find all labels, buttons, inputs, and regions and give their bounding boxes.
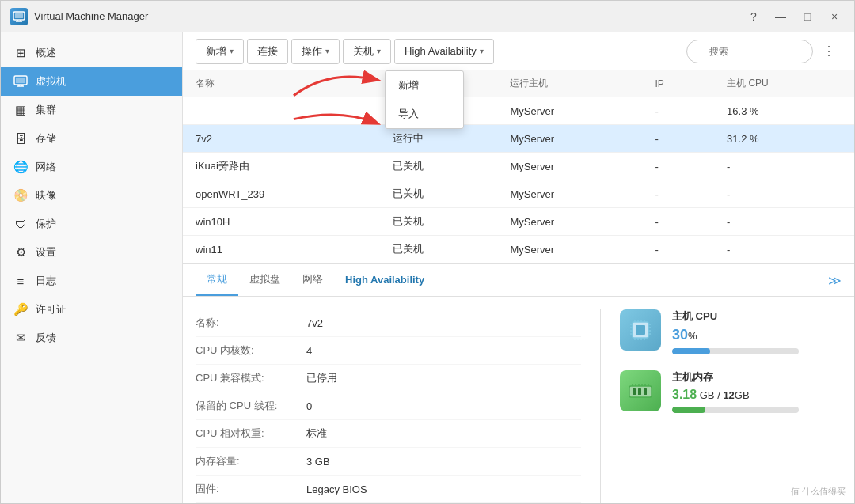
overview-icon: ⊞ (13, 46, 28, 60)
search-wrapper: 🔍 (686, 40, 813, 63)
cpu-progress-fill (672, 348, 710, 354)
cpu-resource-card: 主机 CPU 30% (620, 309, 842, 354)
sidebar-item-storage[interactable]: 🗄 存储 (1, 124, 182, 153)
svg-rect-29 (633, 388, 636, 395)
cpu-resource-value: 30% (672, 327, 842, 343)
table-row[interactable]: iKuai旁路由 已关机 MyServer - - (183, 153, 854, 180)
more-options-button[interactable]: ⋮ (816, 40, 842, 62)
tab-ha[interactable]: High Availability (334, 266, 435, 295)
svg-rect-30 (638, 388, 641, 395)
network-icon: 🌐 (13, 160, 28, 174)
svg-rect-1 (15, 13, 23, 18)
ram-resource-value: 3.18 GB / 12GB (672, 388, 842, 402)
sidebar-label-image: 映像 (36, 188, 56, 203)
detail-row: 保留的 CPU 线程: 0 (196, 392, 581, 420)
app-title: Virtual Machine Manager (34, 10, 743, 22)
license-icon: 🔑 (13, 302, 28, 316)
watermark: 值 什么值得买 (791, 486, 846, 498)
add-button[interactable]: 新增 ▾ (196, 39, 244, 64)
maximize-button[interactable]: □ (797, 6, 818, 27)
tab-network[interactable]: 网络 (291, 264, 334, 296)
close-button[interactable]: × (824, 6, 845, 27)
detail-tabs: 常规 虚拟盘 网络 High Availability ≫ (183, 264, 854, 297)
cluster-icon: ▦ (13, 103, 28, 117)
ha-dropdown-arrow: ▾ (480, 47, 484, 55)
detail-content: 名称: 7v2 CPU 内核数: 4 CPU 兼容模式: 已停用 保留的 CPU… (183, 297, 854, 503)
feedback-icon: ✉ (13, 331, 28, 345)
dropdown-item-add[interactable]: 新增 (386, 71, 463, 100)
ha-button[interactable]: High Availability ▾ (394, 39, 494, 64)
sidebar-label-vm: 虚拟机 (36, 74, 66, 89)
detail-row: CPU 兼容模式: 已停用 (196, 365, 581, 392)
help-button[interactable]: ? (743, 6, 764, 27)
sidebar-label-settings: 设置 (36, 245, 56, 260)
action-button[interactable]: 操作 ▾ (291, 39, 340, 64)
log-icon: ≡ (13, 274, 28, 288)
sidebar-label-license: 许可证 (36, 302, 66, 316)
cpu-resource-title: 主机 CPU (672, 309, 842, 324)
table-row[interactable]: 运行中 MyServer - 16.3 % (183, 97, 854, 125)
table-row[interactable]: openWRT_239 已关机 MyServer - - (183, 180, 854, 208)
toolbar: 新增 ▾ 连接 操作 ▾ 关机 ▾ High Availability ▾ (183, 32, 854, 70)
detail-row: 内存容量: 3 GB (196, 448, 581, 476)
vm-icon (13, 74, 28, 89)
sidebar-item-cluster[interactable]: ▦ 集群 (1, 96, 182, 124)
tab-vdisk[interactable]: 虚拟盘 (238, 264, 291, 296)
svg-rect-6 (16, 78, 25, 83)
image-icon: 📀 (13, 188, 28, 203)
sidebar-item-feedback[interactable]: ✉ 反馈 (1, 324, 182, 352)
tab-general[interactable]: 常规 (196, 264, 238, 296)
app-icon (10, 8, 28, 25)
storage-icon: 🗄 (13, 131, 28, 146)
table-row[interactable]: win10H 已关机 MyServer - - (183, 208, 854, 236)
sidebar-item-vm[interactable]: 虚拟机 (1, 67, 182, 96)
connect-button[interactable]: 连接 (247, 39, 288, 64)
detail-panel: 常规 虚拟盘 网络 High Availability ≫ 名称: 7v2 CP… (183, 264, 854, 503)
sidebar-label-overview: 概述 (36, 46, 56, 60)
sidebar-label-protect: 保护 (36, 217, 56, 231)
sidebar-item-settings[interactable]: ⚙ 设置 (1, 238, 182, 267)
sidebar-item-log[interactable]: ≡ 日志 (1, 267, 182, 295)
cpu-icon (620, 309, 661, 351)
cpu-progress-bar (672, 348, 799, 354)
collapse-button[interactable]: ≫ (828, 273, 842, 288)
svg-rect-11 (636, 325, 645, 335)
table-row[interactable]: 7v2 运行中 MyServer - 31.2 % (183, 125, 854, 153)
sidebar-item-overview[interactable]: ⊞ 概述 (1, 39, 182, 67)
shutdown-dropdown-arrow: ▾ (377, 47, 381, 55)
detail-row: CPU 内核数: 4 (196, 337, 581, 365)
search-input[interactable] (686, 40, 813, 63)
settings-icon: ⚙ (13, 245, 28, 260)
sidebar-item-license[interactable]: 🔑 许可证 (1, 295, 182, 324)
dropdown-item-import[interactable]: 导入 (386, 100, 463, 128)
table-row[interactable]: win11 已关机 MyServer - - (183, 236, 854, 263)
main-layout: ⊞ 概述 虚拟机 ▦ 集群 (1, 32, 854, 503)
ram-icon (620, 370, 661, 411)
col-ip: IP (643, 70, 715, 97)
sidebar: ⊞ 概述 虚拟机 ▦ 集群 (1, 32, 183, 503)
window-controls: ? — □ × (743, 6, 845, 27)
sidebar-label-storage: 存储 (36, 131, 56, 146)
action-dropdown-arrow: ▾ (325, 47, 329, 55)
sidebar-item-network[interactable]: 🌐 网络 (1, 153, 182, 181)
svg-rect-31 (644, 388, 647, 395)
sidebar-label-network: 网络 (36, 160, 56, 174)
detail-fields: 名称: 7v2 CPU 内核数: 4 CPU 兼容模式: 已停用 保留的 CPU… (196, 309, 581, 503)
minimize-button[interactable]: — (770, 6, 791, 27)
add-dropdown-menu: 新增 导入 (385, 70, 464, 129)
app-window: Virtual Machine Manager ? — □ × ⊞ 概述 (0, 0, 855, 504)
sidebar-item-image[interactable]: 📀 映像 (1, 181, 182, 210)
detail-side: 主机 CPU 30% (620, 309, 842, 503)
detail-row: 固件: Legacy BIOS (196, 476, 581, 503)
sidebar-label-log: 日志 (36, 274, 56, 288)
sidebar-item-protect[interactable]: 🛡 保护 (1, 210, 182, 238)
col-name: 名称 (183, 70, 380, 97)
titlebar: Virtual Machine Manager ? — □ × (1, 1, 854, 32)
detail-row: 名称: 7v2 (196, 309, 581, 337)
detail-divider (600, 309, 601, 503)
add-dropdown-arrow: ▾ (230, 47, 234, 55)
content-area: 新增 ▾ 连接 操作 ▾ 关机 ▾ High Availability ▾ (183, 32, 854, 503)
shutdown-button[interactable]: 关机 ▾ (343, 39, 391, 64)
ram-resource-info: 主机内存 3.18 GB / 12GB (672, 370, 842, 413)
cpu-resource-info: 主机 CPU 30% (672, 309, 842, 354)
